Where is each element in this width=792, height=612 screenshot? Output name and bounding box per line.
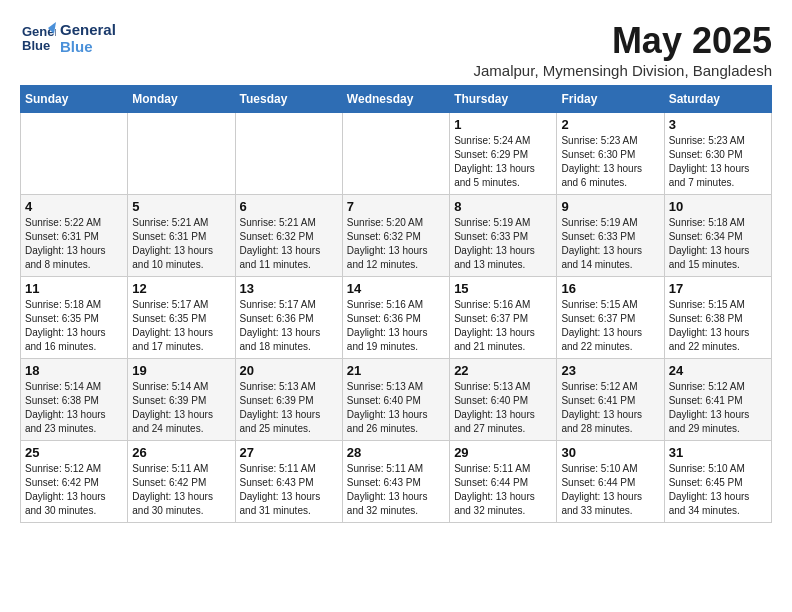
day-cell: 18Sunrise: 5:14 AM Sunset: 6:38 PM Dayli…	[21, 359, 128, 441]
day-info: Sunrise: 5:13 AM Sunset: 6:40 PM Dayligh…	[454, 380, 552, 436]
column-header-monday: Monday	[128, 86, 235, 113]
day-cell: 3Sunrise: 5:23 AM Sunset: 6:30 PM Daylig…	[664, 113, 771, 195]
calendar-body: 1Sunrise: 5:24 AM Sunset: 6:29 PM Daylig…	[21, 113, 772, 523]
day-info: Sunrise: 5:20 AM Sunset: 6:32 PM Dayligh…	[347, 216, 445, 272]
day-info: Sunrise: 5:16 AM Sunset: 6:37 PM Dayligh…	[454, 298, 552, 354]
day-cell: 12Sunrise: 5:17 AM Sunset: 6:35 PM Dayli…	[128, 277, 235, 359]
day-number: 9	[561, 199, 659, 214]
week-row-4: 18Sunrise: 5:14 AM Sunset: 6:38 PM Dayli…	[21, 359, 772, 441]
day-cell: 31Sunrise: 5:10 AM Sunset: 6:45 PM Dayli…	[664, 441, 771, 523]
day-number: 5	[132, 199, 230, 214]
day-info: Sunrise: 5:17 AM Sunset: 6:35 PM Dayligh…	[132, 298, 230, 354]
svg-text:Blue: Blue	[22, 38, 50, 53]
day-cell: 24Sunrise: 5:12 AM Sunset: 6:41 PM Dayli…	[664, 359, 771, 441]
day-number: 29	[454, 445, 552, 460]
day-info: Sunrise: 5:19 AM Sunset: 6:33 PM Dayligh…	[454, 216, 552, 272]
day-cell: 15Sunrise: 5:16 AM Sunset: 6:37 PM Dayli…	[450, 277, 557, 359]
day-info: Sunrise: 5:18 AM Sunset: 6:35 PM Dayligh…	[25, 298, 123, 354]
day-number: 31	[669, 445, 767, 460]
day-number: 30	[561, 445, 659, 460]
day-cell: 28Sunrise: 5:11 AM Sunset: 6:43 PM Dayli…	[342, 441, 449, 523]
day-info: Sunrise: 5:21 AM Sunset: 6:31 PM Dayligh…	[132, 216, 230, 272]
day-cell: 23Sunrise: 5:12 AM Sunset: 6:41 PM Dayli…	[557, 359, 664, 441]
day-info: Sunrise: 5:10 AM Sunset: 6:44 PM Dayligh…	[561, 462, 659, 518]
day-info: Sunrise: 5:15 AM Sunset: 6:37 PM Dayligh…	[561, 298, 659, 354]
day-info: Sunrise: 5:13 AM Sunset: 6:40 PM Dayligh…	[347, 380, 445, 436]
day-number: 19	[132, 363, 230, 378]
day-cell: 9Sunrise: 5:19 AM Sunset: 6:33 PM Daylig…	[557, 195, 664, 277]
column-header-thursday: Thursday	[450, 86, 557, 113]
day-cell: 20Sunrise: 5:13 AM Sunset: 6:39 PM Dayli…	[235, 359, 342, 441]
day-number: 21	[347, 363, 445, 378]
day-number: 23	[561, 363, 659, 378]
week-row-5: 25Sunrise: 5:12 AM Sunset: 6:42 PM Dayli…	[21, 441, 772, 523]
column-header-tuesday: Tuesday	[235, 86, 342, 113]
day-number: 13	[240, 281, 338, 296]
day-info: Sunrise: 5:19 AM Sunset: 6:33 PM Dayligh…	[561, 216, 659, 272]
day-info: Sunrise: 5:17 AM Sunset: 6:36 PM Dayligh…	[240, 298, 338, 354]
day-cell: 27Sunrise: 5:11 AM Sunset: 6:43 PM Dayli…	[235, 441, 342, 523]
day-number: 15	[454, 281, 552, 296]
day-info: Sunrise: 5:14 AM Sunset: 6:39 PM Dayligh…	[132, 380, 230, 436]
calendar-subtitle: Jamalpur, Mymensingh Division, Banglades…	[474, 62, 772, 79]
day-number: 28	[347, 445, 445, 460]
week-row-1: 1Sunrise: 5:24 AM Sunset: 6:29 PM Daylig…	[21, 113, 772, 195]
day-number: 8	[454, 199, 552, 214]
day-number: 14	[347, 281, 445, 296]
day-info: Sunrise: 5:23 AM Sunset: 6:30 PM Dayligh…	[669, 134, 767, 190]
day-info: Sunrise: 5:18 AM Sunset: 6:34 PM Dayligh…	[669, 216, 767, 272]
day-cell: 19Sunrise: 5:14 AM Sunset: 6:39 PM Dayli…	[128, 359, 235, 441]
logo-line1: General	[60, 21, 116, 38]
day-number: 6	[240, 199, 338, 214]
day-cell: 1Sunrise: 5:24 AM Sunset: 6:29 PM Daylig…	[450, 113, 557, 195]
day-cell	[235, 113, 342, 195]
day-number: 22	[454, 363, 552, 378]
day-cell	[128, 113, 235, 195]
day-number: 7	[347, 199, 445, 214]
day-info: Sunrise: 5:11 AM Sunset: 6:42 PM Dayligh…	[132, 462, 230, 518]
day-cell: 30Sunrise: 5:10 AM Sunset: 6:44 PM Dayli…	[557, 441, 664, 523]
column-header-friday: Friday	[557, 86, 664, 113]
column-header-sunday: Sunday	[21, 86, 128, 113]
day-number: 18	[25, 363, 123, 378]
day-number: 25	[25, 445, 123, 460]
day-cell: 26Sunrise: 5:11 AM Sunset: 6:42 PM Dayli…	[128, 441, 235, 523]
day-number: 17	[669, 281, 767, 296]
day-info: Sunrise: 5:11 AM Sunset: 6:43 PM Dayligh…	[240, 462, 338, 518]
day-info: Sunrise: 5:10 AM Sunset: 6:45 PM Dayligh…	[669, 462, 767, 518]
day-cell: 8Sunrise: 5:19 AM Sunset: 6:33 PM Daylig…	[450, 195, 557, 277]
logo-icon: General Blue	[20, 20, 56, 56]
day-info: Sunrise: 5:21 AM Sunset: 6:32 PM Dayligh…	[240, 216, 338, 272]
calendar-table: SundayMondayTuesdayWednesdayThursdayFrid…	[20, 85, 772, 523]
day-cell: 6Sunrise: 5:21 AM Sunset: 6:32 PM Daylig…	[235, 195, 342, 277]
day-cell: 4Sunrise: 5:22 AM Sunset: 6:31 PM Daylig…	[21, 195, 128, 277]
column-header-wednesday: Wednesday	[342, 86, 449, 113]
day-cell: 29Sunrise: 5:11 AM Sunset: 6:44 PM Dayli…	[450, 441, 557, 523]
day-info: Sunrise: 5:24 AM Sunset: 6:29 PM Dayligh…	[454, 134, 552, 190]
day-number: 2	[561, 117, 659, 132]
day-info: Sunrise: 5:12 AM Sunset: 6:41 PM Dayligh…	[669, 380, 767, 436]
logo: General Blue General Blue	[20, 20, 116, 56]
day-number: 20	[240, 363, 338, 378]
column-header-saturday: Saturday	[664, 86, 771, 113]
day-info: Sunrise: 5:13 AM Sunset: 6:39 PM Dayligh…	[240, 380, 338, 436]
day-cell: 13Sunrise: 5:17 AM Sunset: 6:36 PM Dayli…	[235, 277, 342, 359]
logo-line2: Blue	[60, 38, 116, 55]
week-row-2: 4Sunrise: 5:22 AM Sunset: 6:31 PM Daylig…	[21, 195, 772, 277]
day-info: Sunrise: 5:22 AM Sunset: 6:31 PM Dayligh…	[25, 216, 123, 272]
header: General Blue General Blue May 2025 Jamal…	[20, 20, 772, 79]
day-number: 4	[25, 199, 123, 214]
day-cell: 21Sunrise: 5:13 AM Sunset: 6:40 PM Dayli…	[342, 359, 449, 441]
day-number: 16	[561, 281, 659, 296]
day-number: 1	[454, 117, 552, 132]
day-cell: 11Sunrise: 5:18 AM Sunset: 6:35 PM Dayli…	[21, 277, 128, 359]
day-info: Sunrise: 5:11 AM Sunset: 6:43 PM Dayligh…	[347, 462, 445, 518]
day-info: Sunrise: 5:23 AM Sunset: 6:30 PM Dayligh…	[561, 134, 659, 190]
day-cell: 22Sunrise: 5:13 AM Sunset: 6:40 PM Dayli…	[450, 359, 557, 441]
day-info: Sunrise: 5:11 AM Sunset: 6:44 PM Dayligh…	[454, 462, 552, 518]
day-cell: 5Sunrise: 5:21 AM Sunset: 6:31 PM Daylig…	[128, 195, 235, 277]
day-number: 24	[669, 363, 767, 378]
day-cell: 7Sunrise: 5:20 AM Sunset: 6:32 PM Daylig…	[342, 195, 449, 277]
day-cell: 17Sunrise: 5:15 AM Sunset: 6:38 PM Dayli…	[664, 277, 771, 359]
day-cell: 14Sunrise: 5:16 AM Sunset: 6:36 PM Dayli…	[342, 277, 449, 359]
